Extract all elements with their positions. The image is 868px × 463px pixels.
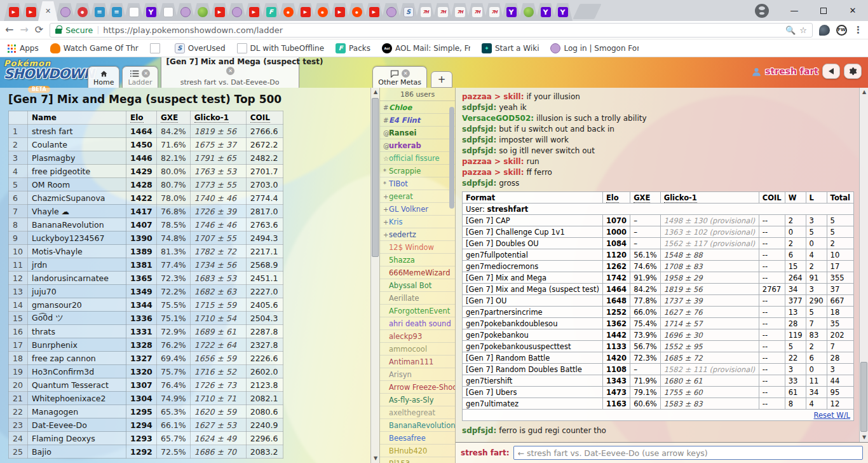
userlist-item[interactable]: *TIBot <box>380 177 455 190</box>
browser-tab[interactable] <box>227 3 247 21</box>
settings-button[interactable] <box>844 64 862 79</box>
browser-tab[interactable] <box>55 3 75 21</box>
userlist-item[interactable]: ahri death sound <box>380 317 455 330</box>
minimize-button[interactable]: — <box>782 3 807 19</box>
chat-message-user[interactable]: sdpfsjd: <box>462 135 496 144</box>
userlist-count[interactable]: 186 users <box>380 88 455 101</box>
browser-tab[interactable] <box>21 3 41 21</box>
userlist-item[interactable]: AForgottenEvent <box>380 305 455 317</box>
browser-tab[interactable] <box>467 3 487 21</box>
userlist-item[interactable]: *Scrappie <box>380 165 455 177</box>
userlist-item[interactable]: +Kris <box>380 216 455 228</box>
browser-tab[interactable] <box>381 3 401 21</box>
browser-tab[interactable] <box>416 3 435 21</box>
bookmark-item[interactable]: Apps <box>6 43 39 53</box>
ladder-player-name[interactable]: BananaRevolution <box>28 218 126 232</box>
tab-other-metas[interactable]: ✕ Other Metas <box>372 66 427 88</box>
userlist-item[interactable]: Arisyn <box>380 368 455 381</box>
new-tab-button[interactable] <box>573 4 601 19</box>
userlist-item[interactable]: 666MemeWizard <box>380 266 455 279</box>
bookmark-item[interactable]: AOL Mail: Simple, Fre <box>382 43 470 53</box>
ladder-player-name[interactable]: thrats <box>28 325 126 338</box>
browser-tab[interactable] <box>295 3 315 21</box>
browser-tab[interactable] <box>261 3 281 21</box>
add-room-button[interactable]: + <box>431 71 452 88</box>
ladder-player-name[interactable]: landorusincarnatee <box>28 272 126 285</box>
ladder-player-name[interactable]: Coulante <box>28 138 126 151</box>
browser-tab[interactable] <box>175 3 195 21</box>
tab-battle-close-icon[interactable]: ✕ <box>226 67 234 75</box>
browser-tab[interactable] <box>124 3 144 21</box>
ladder-player-name[interactable]: gmansour20 <box>28 298 126 312</box>
userlist-item[interactable]: Arrow Freeze-Shoo <box>380 381 455 394</box>
bookmark-star-icon[interactable]: ☆ <box>799 25 807 35</box>
ladder-player-name[interactable]: Bunrphenix <box>28 338 126 352</box>
userlist-item[interactable]: @Ransei <box>380 127 455 139</box>
bookmark-item[interactable]: OverUsed <box>175 43 226 53</box>
userlist-item[interactable]: BHnub420 <box>380 445 455 457</box>
reset-wl-link[interactable]: Reset W/L <box>814 411 850 420</box>
ladder-player-name[interactable]: Bajio <box>28 445 126 459</box>
col-elo[interactable]: Elo <box>126 111 157 125</box>
ladder-player-name[interactable]: Vhayle ☁ <box>28 205 126 218</box>
browser-tab[interactable] <box>501 3 521 21</box>
browser-tab[interactable] <box>450 3 470 21</box>
userlist-item[interactable]: #E4 Flint <box>380 114 455 127</box>
userlist-item[interactable]: 5hazza <box>380 254 455 266</box>
forward-button[interactable]: → <box>20 25 28 35</box>
ladder-player-name[interactable]: free pidgeotite <box>28 165 126 178</box>
maximize-button[interactable] <box>811 3 836 19</box>
bookmark-item[interactable]: Watch Game Of Thro <box>50 43 139 53</box>
ladder-player-name[interactable]: jrdn <box>28 258 126 272</box>
browser-tab[interactable] <box>193 3 212 21</box>
chat-message-user[interactable]: pazzaa > skill: <box>462 92 524 101</box>
chat-message-user[interactable]: sdpfsjd: <box>462 103 496 112</box>
userlist-item[interactable]: +geerat <box>380 190 455 203</box>
browser-tab[interactable] <box>433 3 452 21</box>
browser-tab[interactable] <box>38 1 58 21</box>
browser-tab[interactable] <box>4 3 24 21</box>
ladder-player-name[interactable]: Flaming Deoxys <box>28 432 126 445</box>
ladder-player-name[interactable]: free zap cannon <box>28 352 126 365</box>
tab-battle[interactable]: [Gen 7] Mix and Mega (suspect test)✕ str… <box>161 57 299 88</box>
browser-tab[interactable] <box>278 3 298 21</box>
close-button[interactable]: ✕ <box>840 3 865 19</box>
userlist-item[interactable]: ammocool <box>380 343 455 356</box>
tab-ladder[interactable]: ✕ Ladder <box>122 66 158 88</box>
chat-message-user[interactable]: sdpfsjd: <box>462 146 496 155</box>
browser-tab[interactable] <box>553 3 573 21</box>
ladder-player-name[interactable]: ChazmicSupanova <box>28 191 126 205</box>
userlist-item[interactable]: aleckp93 <box>380 330 455 343</box>
browser-tab[interactable] <box>141 3 161 21</box>
browser-tab[interactable] <box>313 3 332 21</box>
browser-tab[interactable] <box>364 3 384 21</box>
ladder-player-name[interactable]: Motis-Vhayle <box>28 245 126 258</box>
chat-message-user[interactable]: sdpfsjd: <box>462 426 496 435</box>
userlist-item[interactable]: Bl153 <box>380 457 455 463</box>
chat-message-user[interactable]: VersaceGOD502: <box>462 114 534 123</box>
browser-tab[interactable] <box>536 3 555 21</box>
chat-message-user[interactable]: pazzaa > skill: <box>462 168 524 177</box>
profile-icon[interactable] <box>755 4 769 18</box>
ladder-player-name[interactable]: Ho3nConfirm3d <box>28 365 126 378</box>
ladder-player-name[interactable]: Luckyboy1234567 <box>28 232 126 245</box>
ladder-player-name[interactable]: juju70 <box>28 285 126 298</box>
browser-tab[interactable] <box>398 3 418 21</box>
extension-icon-2[interactable]: FW <box>836 25 847 36</box>
userlist-item[interactable]: +GL Volkner <box>380 203 455 216</box>
col-glicko[interactable]: Glicko-1 <box>190 111 246 125</box>
chat-input[interactable] <box>513 446 863 460</box>
bookmark-item[interactable]: Packs <box>336 43 370 53</box>
address-bar[interactable]: Secure | https://play.pokemonshowdown.co… <box>50 23 813 38</box>
ladder-player-name[interactable]: Quantum Tesseract <box>28 378 126 392</box>
ladder-player-name[interactable]: stresh fart <box>28 125 126 138</box>
chat-scroll-thumb[interactable] <box>860 362 867 432</box>
url-text[interactable]: https://play.pokemonshowdown.com/ladder <box>103 25 782 35</box>
userlist-item[interactable]: Aerillate <box>380 292 455 305</box>
ladder-scroll-thumb[interactable] <box>372 98 379 257</box>
browser-tab[interactable] <box>210 3 229 21</box>
userlist-item[interactable]: #Chloe <box>380 101 455 114</box>
scroll-down-icon[interactable]: ▼ <box>371 454 380 463</box>
username-button[interactable]: stresh fart <box>765 66 818 76</box>
chrome-menu-icon[interactable]: ⋮ <box>853 24 863 36</box>
